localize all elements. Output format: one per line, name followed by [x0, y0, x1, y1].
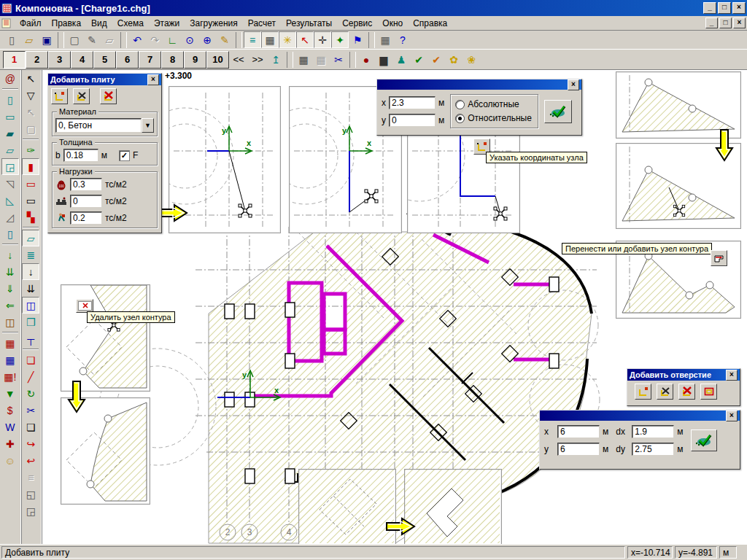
- save-file-button[interactable]: ▣: [38, 31, 55, 48]
- drawing-canvas[interactable]: +3.300: [42, 70, 747, 544]
- add-plate-button[interactable]: ◲: [1, 158, 19, 175]
- select-nodes-toggle[interactable]: ↖: [296, 31, 314, 48]
- menu-file[interactable]: Файл: [15, 17, 47, 30]
- copy-load-button[interactable]: ⇐: [1, 297, 19, 314]
- mdi-minimize-icon[interactable]: _: [705, 18, 718, 28]
- apply-button[interactable]: [544, 100, 572, 123]
- dead-load-button[interactable]: ●: [357, 51, 375, 68]
- mesh-cut-button[interactable]: ✂: [330, 51, 347, 68]
- show-columns-button[interactable]: ┬: [22, 330, 39, 347]
- open-file-button[interactable]: ▱: [20, 31, 38, 48]
- new-file-button[interactable]: ▯: [3, 31, 20, 48]
- y-input[interactable]: [389, 114, 436, 127]
- add-capital-button[interactable]: ◹: [1, 175, 19, 192]
- undo-button[interactable]: ↶: [128, 31, 146, 48]
- paint-props-button[interactable]: ✑: [22, 141, 39, 158]
- prev-floors-button[interactable]: <<: [229, 51, 248, 69]
- add-point-load-button[interactable]: ↓: [1, 246, 19, 263]
- node-coords-dialog-titlebar[interactable]: ×: [377, 79, 581, 90]
- show-grid-toggle[interactable]: ▦: [261, 31, 279, 48]
- floor-button-7[interactable]: 7: [139, 51, 161, 69]
- floor-button-1[interactable]: 1: [3, 51, 26, 69]
- pointer-button[interactable]: ↖: [22, 70, 39, 87]
- set-node-coords-button[interactable]: [51, 88, 68, 104]
- close-icon[interactable]: ×: [568, 79, 579, 90]
- material-select[interactable]: 0, Бетон ▼: [55, 118, 154, 133]
- contour-fill-toggle[interactable]: ▮: [22, 158, 39, 175]
- hole-x-input[interactable]: [557, 425, 600, 438]
- floor-button-5[interactable]: 5: [93, 51, 116, 69]
- menu-service[interactable]: Сервис: [337, 17, 377, 30]
- close-icon[interactable]: ×: [726, 411, 738, 421]
- context-help-button[interactable]: ?: [394, 31, 411, 48]
- walls-table-button[interactable]: ▦: [1, 351, 19, 368]
- mdi-close-icon[interactable]: ×: [733, 18, 746, 28]
- snap-nodes-toggle[interactable]: ✛: [314, 31, 331, 48]
- hole-y-input[interactable]: [557, 443, 600, 456]
- add-door-button[interactable]: ◫: [1, 314, 19, 330]
- cut-button[interactable]: ✂: [22, 402, 39, 419]
- zoom-window-button[interactable]: ⊙: [181, 31, 198, 48]
- show-slabs-toggle[interactable]: ▱: [22, 230, 39, 246]
- copy-button[interactable]: ❏: [22, 419, 39, 435]
- chevron-down-icon[interactable]: ▼: [142, 118, 154, 133]
- mdi-restore-icon[interactable]: □: [719, 18, 732, 28]
- select-frame-button[interactable]: ▢: [66, 31, 83, 48]
- properties-table-button[interactable]: ▦: [376, 31, 394, 48]
- node-correct-button[interactable]: @: [1, 70, 19, 87]
- copy-floor-up-button[interactable]: ↥: [267, 51, 285, 68]
- equipment-load-button[interactable]: ▆: [375, 51, 392, 68]
- f-checkbox[interactable]: ✓: [119, 150, 130, 161]
- copy-fragment-button[interactable]: ❏: [22, 351, 39, 368]
- add-area-load-button[interactable]: ⇓: [1, 280, 19, 297]
- close-icon[interactable]: ×: [147, 74, 159, 85]
- menu-help[interactable]: Справка: [408, 17, 452, 30]
- loadcase-check-button[interactable]: ✔: [410, 51, 427, 68]
- add-hole-dialog-titlebar[interactable]: Добавить отверстие ×: [627, 369, 740, 381]
- delete-contour-button[interactable]: [100, 88, 117, 104]
- menu-scheme[interactable]: Схема: [112, 17, 149, 30]
- close-icon[interactable]: ×: [726, 370, 738, 381]
- contour-red-button[interactable]: ▭: [22, 175, 39, 192]
- edit-grid-toggle[interactable]: ✳: [279, 31, 296, 48]
- remove-contour-button[interactable]: ↩: [22, 452, 39, 469]
- longterm-load-input[interactable]: [70, 195, 102, 208]
- materials-table-button[interactable]: ▼: [1, 385, 19, 402]
- measure-button[interactable]: ╱: [22, 368, 39, 385]
- menu-floors[interactable]: Этажи: [149, 17, 185, 30]
- rotate-button[interactable]: ↻: [22, 385, 39, 402]
- menu-window[interactable]: Окно: [377, 17, 408, 30]
- hole-dy-input[interactable]: [632, 443, 674, 456]
- menu-loadcases[interactable]: Загружения: [185, 17, 243, 30]
- menu-results[interactable]: Результаты: [281, 17, 337, 30]
- add-pylon-button[interactable]: ▯: [1, 225, 19, 242]
- floor-button-6[interactable]: 6: [116, 51, 139, 69]
- flags-button[interactable]: ⚑: [349, 31, 366, 48]
- view-3d-toggle[interactable]: ✦: [331, 31, 349, 48]
- fragments-button[interactable]: ▚: [22, 209, 39, 225]
- mdi-document-icon[interactable]: [1, 18, 12, 28]
- hole-set-node-button[interactable]: [635, 384, 651, 400]
- redraw-pencil-button[interactable]: ✎: [216, 31, 233, 48]
- check-table-button[interactable]: ▦!: [1, 368, 19, 385]
- shortterm-load-input[interactable]: [70, 211, 102, 225]
- mesh-show-toggle[interactable]: ▦: [295, 51, 312, 68]
- hole-dx-input[interactable]: [632, 425, 674, 438]
- zoom-all-button[interactable]: ⊕: [198, 31, 216, 48]
- nodes-pm-button[interactable]: ◲: [22, 502, 39, 519]
- add-slab-button[interactable]: ▱: [1, 141, 19, 158]
- floor-button-10[interactable]: 10: [206, 51, 229, 69]
- mark-button[interactable]: ☺: [1, 452, 19, 469]
- add-column-button[interactable]: ▯: [1, 91, 19, 108]
- origin-axes-button[interactable]: ∟: [163, 31, 181, 48]
- menu-calc[interactable]: Расчет: [243, 17, 281, 30]
- delete-node-button[interactable]: [73, 88, 90, 104]
- floor-button-4[interactable]: 4: [71, 51, 93, 69]
- absolute-radio[interactable]: [455, 100, 465, 109]
- filter-button[interactable]: ▽: [22, 87, 39, 104]
- cost-table-button[interactable]: $: [1, 402, 19, 419]
- show-walls-toggle[interactable]: ◫: [22, 297, 39, 314]
- close-icon[interactable]: ×: [732, 2, 746, 14]
- add-plate-dialog-titlebar[interactable]: Добавить плиту ×: [48, 74, 161, 85]
- restore-icon[interactable]: □: [718, 2, 731, 14]
